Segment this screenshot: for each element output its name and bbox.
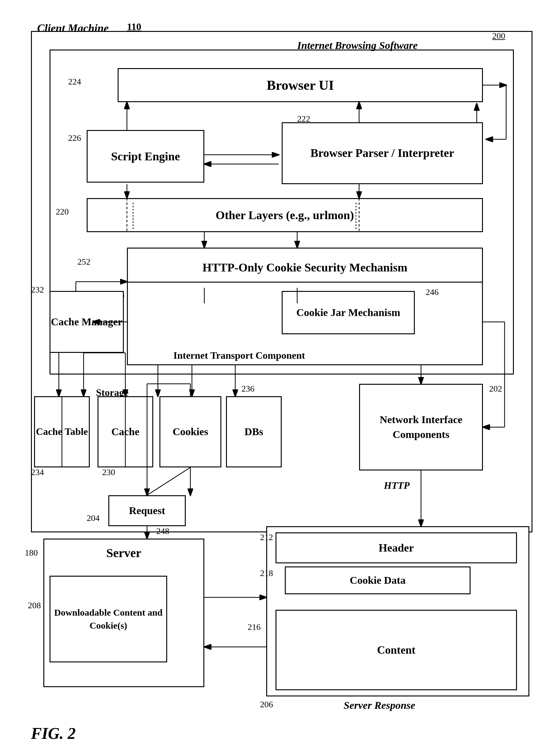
ref-218: 218 [260, 568, 273, 578]
ref-204: 204 [87, 513, 100, 523]
server-response-label: Server Response [344, 699, 415, 711]
cookie-data-label: Cookie Data [350, 574, 405, 586]
ref-202: 202 [489, 384, 502, 394]
http-cookie-label: HTTP-Only Cookie Security Mechanism [202, 260, 407, 275]
http-label: HTTP [384, 480, 410, 491]
other-layers-label: Other Layers (e.g., urlmon) [216, 208, 354, 222]
ref-232: 232 [31, 285, 44, 295]
cache-box: Cache [98, 396, 153, 467]
cookie-jar-label: Cookie Jar Mechanism [296, 306, 400, 320]
ref-222: 222 [297, 114, 310, 124]
ref-226: 226 [68, 133, 81, 143]
ref-252: 252 [77, 257, 91, 267]
itc-label: Internet Transport Component [173, 350, 305, 361]
cache-label: Cache [112, 426, 140, 438]
cache-manager-box: Cache Manager [49, 291, 124, 353]
content-label: Content [377, 644, 416, 656]
ref-212: 212 [260, 532, 273, 542]
ref-234: 234 [31, 467, 44, 477]
ref-220: 220 [56, 207, 69, 217]
ref-208: 208 [28, 600, 41, 610]
content-box: Content [276, 610, 517, 690]
script-engine-box: Script Engine [87, 130, 204, 183]
cookies-box: Cookies [159, 396, 221, 467]
browser-ui-label: Browser UI [266, 77, 334, 93]
ref-224: 224 [68, 77, 81, 87]
cache-manager-label: Cache Manager [51, 315, 122, 329]
cache-table-box: Cache Table [34, 396, 90, 467]
ref-230: 230 [102, 467, 115, 477]
dbs-box: DBs [226, 396, 282, 467]
browser-parser-box: Browser Parser / Interpreter [282, 122, 483, 184]
other-layers-box: Other Layers (e.g., urlmon) [87, 198, 483, 232]
header-label: Header [379, 542, 414, 554]
ref-180: 180 [25, 548, 38, 558]
server-label: Server [44, 539, 203, 560]
ref-236: 236 [241, 384, 255, 394]
ref-246: 246 [426, 287, 439, 297]
request-label: Request [129, 505, 165, 516]
cache-table-label: Cache Table [36, 425, 88, 438]
ref-216: 216 [248, 622, 261, 632]
fig-label: FIG. 2 [31, 724, 76, 742]
cookies-label: Cookies [173, 426, 208, 438]
header-box: Header [276, 532, 517, 563]
nic-box: Network Interface Components [359, 384, 483, 470]
downloadable-label: Downloadable Content and Cookie(s) [51, 606, 166, 632]
script-engine-label: Script Engine [111, 149, 180, 163]
dbs-label: DBs [244, 426, 263, 438]
cookie-data-box: Cookie Data [285, 566, 471, 594]
nic-label: Network Interface Components [360, 412, 482, 442]
browser-ui-box: Browser UI [118, 68, 483, 102]
cookie-jar-box: Cookie Jar Mechanism [282, 291, 415, 334]
ref-248: 248 [156, 526, 169, 536]
ref-206: 206 [260, 699, 273, 709]
request-box: Request [108, 495, 186, 526]
browser-parser-label: Browser Parser / Interpreter [311, 145, 455, 161]
ibs-number: 200 [492, 31, 505, 41]
downloadable-box: Downloadable Content and Cookie(s) [49, 576, 167, 663]
